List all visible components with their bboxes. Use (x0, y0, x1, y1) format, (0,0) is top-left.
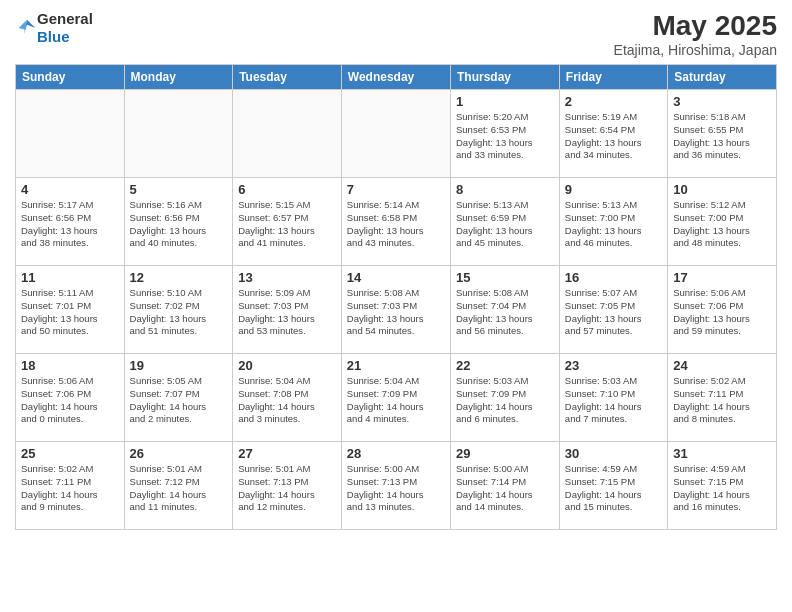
day-number: 30 (565, 446, 662, 461)
location-title: Etajima, Hiroshima, Japan (614, 42, 777, 58)
day-info: Sunrise: 5:14 AM Sunset: 6:58 PM Dayligh… (347, 199, 445, 250)
day-number: 25 (21, 446, 119, 461)
day-info: Sunrise: 5:20 AM Sunset: 6:53 PM Dayligh… (456, 111, 554, 162)
day-info: Sunrise: 5:19 AM Sunset: 6:54 PM Dayligh… (565, 111, 662, 162)
calendar-day-13: 10Sunrise: 5:12 AM Sunset: 7:00 PM Dayli… (668, 178, 777, 266)
day-number: 24 (673, 358, 771, 373)
day-info: Sunrise: 5:01 AM Sunset: 7:12 PM Dayligh… (130, 463, 228, 514)
day-number: 18 (21, 358, 119, 373)
calendar-day-21: 18Sunrise: 5:06 AM Sunset: 7:06 PM Dayli… (16, 354, 125, 442)
logo-general-text: General (37, 10, 93, 27)
day-number: 26 (130, 446, 228, 461)
calendar-day-4: 1Sunrise: 5:20 AM Sunset: 6:53 PM Daylig… (451, 90, 560, 178)
day-number: 4 (21, 182, 119, 197)
day-number: 28 (347, 446, 445, 461)
day-info: Sunrise: 5:00 AM Sunset: 7:13 PM Dayligh… (347, 463, 445, 514)
calendar-day-9: 6Sunrise: 5:15 AM Sunset: 6:57 PM Daylig… (233, 178, 342, 266)
calendar-day-1 (124, 90, 233, 178)
calendar-day-10: 7Sunrise: 5:14 AM Sunset: 6:58 PM Daylig… (341, 178, 450, 266)
calendar-day-6: 3Sunrise: 5:18 AM Sunset: 6:55 PM Daylig… (668, 90, 777, 178)
day-number: 9 (565, 182, 662, 197)
day-info: Sunrise: 5:00 AM Sunset: 7:14 PM Dayligh… (456, 463, 554, 514)
day-number: 10 (673, 182, 771, 197)
day-info: Sunrise: 5:06 AM Sunset: 7:06 PM Dayligh… (673, 287, 771, 338)
day-info: Sunrise: 5:08 AM Sunset: 7:04 PM Dayligh… (456, 287, 554, 338)
calendar-day-33: 30Sunrise: 4:59 AM Sunset: 7:15 PM Dayli… (559, 442, 667, 530)
month-title: May 2025 (614, 10, 777, 42)
day-number: 7 (347, 182, 445, 197)
day-number: 16 (565, 270, 662, 285)
logo-blue-text: Blue (37, 28, 70, 45)
calendar-day-28: 25Sunrise: 5:02 AM Sunset: 7:11 PM Dayli… (16, 442, 125, 530)
day-number: 6 (238, 182, 336, 197)
calendar-day-12: 9Sunrise: 5:13 AM Sunset: 7:00 PM Daylig… (559, 178, 667, 266)
title-block: May 2025 Etajima, Hiroshima, Japan (614, 10, 777, 58)
day-number: 3 (673, 94, 771, 109)
calendar-week-2: 4Sunrise: 5:17 AM Sunset: 6:56 PM Daylig… (16, 178, 777, 266)
day-info: Sunrise: 5:16 AM Sunset: 6:56 PM Dayligh… (130, 199, 228, 250)
day-info: Sunrise: 5:03 AM Sunset: 7:10 PM Dayligh… (565, 375, 662, 426)
day-info: Sunrise: 5:02 AM Sunset: 7:11 PM Dayligh… (673, 375, 771, 426)
calendar-day-18: 15Sunrise: 5:08 AM Sunset: 7:04 PM Dayli… (451, 266, 560, 354)
header-saturday: Saturday (668, 65, 777, 90)
calendar-table: Sunday Monday Tuesday Wednesday Thursday… (15, 64, 777, 530)
calendar-day-19: 16Sunrise: 5:07 AM Sunset: 7:05 PM Dayli… (559, 266, 667, 354)
calendar-day-23: 20Sunrise: 5:04 AM Sunset: 7:08 PM Dayli… (233, 354, 342, 442)
day-info: Sunrise: 5:04 AM Sunset: 7:09 PM Dayligh… (347, 375, 445, 426)
header-monday: Monday (124, 65, 233, 90)
day-info: Sunrise: 5:13 AM Sunset: 7:00 PM Dayligh… (565, 199, 662, 250)
header-row: General Blue May 2025 Etajima, Hiroshima… (15, 10, 777, 58)
calendar-day-32: 29Sunrise: 5:00 AM Sunset: 7:14 PM Dayli… (451, 442, 560, 530)
day-info: Sunrise: 5:17 AM Sunset: 6:56 PM Dayligh… (21, 199, 119, 250)
day-info: Sunrise: 4:59 AM Sunset: 7:15 PM Dayligh… (673, 463, 771, 514)
day-info: Sunrise: 5:12 AM Sunset: 7:00 PM Dayligh… (673, 199, 771, 250)
calendar-day-0 (16, 90, 125, 178)
calendar-day-15: 12Sunrise: 5:10 AM Sunset: 7:02 PM Dayli… (124, 266, 233, 354)
header-friday: Friday (559, 65, 667, 90)
calendar-day-3 (341, 90, 450, 178)
calendar-week-4: 18Sunrise: 5:06 AM Sunset: 7:06 PM Dayli… (16, 354, 777, 442)
day-number: 20 (238, 358, 336, 373)
day-number: 19 (130, 358, 228, 373)
calendar-day-27: 24Sunrise: 5:02 AM Sunset: 7:11 PM Dayli… (668, 354, 777, 442)
calendar-day-7: 4Sunrise: 5:17 AM Sunset: 6:56 PM Daylig… (16, 178, 125, 266)
header-thursday: Thursday (451, 65, 560, 90)
calendar-day-17: 14Sunrise: 5:08 AM Sunset: 7:03 PM Dayli… (341, 266, 450, 354)
day-info: Sunrise: 5:10 AM Sunset: 7:02 PM Dayligh… (130, 287, 228, 338)
day-number: 11 (21, 270, 119, 285)
day-info: Sunrise: 5:13 AM Sunset: 6:59 PM Dayligh… (456, 199, 554, 250)
calendar-day-11: 8Sunrise: 5:13 AM Sunset: 6:59 PM Daylig… (451, 178, 560, 266)
day-number: 2 (565, 94, 662, 109)
day-info: Sunrise: 4:59 AM Sunset: 7:15 PM Dayligh… (565, 463, 662, 514)
calendar-day-34: 31Sunrise: 4:59 AM Sunset: 7:15 PM Dayli… (668, 442, 777, 530)
calendar-week-5: 25Sunrise: 5:02 AM Sunset: 7:11 PM Dayli… (16, 442, 777, 530)
day-number: 27 (238, 446, 336, 461)
header-wednesday: Wednesday (341, 65, 450, 90)
header-tuesday: Tuesday (233, 65, 342, 90)
day-number: 31 (673, 446, 771, 461)
calendar-day-20: 17Sunrise: 5:06 AM Sunset: 7:06 PM Dayli… (668, 266, 777, 354)
main-container: General Blue May 2025 Etajima, Hiroshima… (0, 0, 792, 540)
calendar-week-3: 11Sunrise: 5:11 AM Sunset: 7:01 PM Dayli… (16, 266, 777, 354)
calendar-day-26: 23Sunrise: 5:03 AM Sunset: 7:10 PM Dayli… (559, 354, 667, 442)
day-info: Sunrise: 5:08 AM Sunset: 7:03 PM Dayligh… (347, 287, 445, 338)
day-info: Sunrise: 5:11 AM Sunset: 7:01 PM Dayligh… (21, 287, 119, 338)
day-number: 17 (673, 270, 771, 285)
day-number: 1 (456, 94, 554, 109)
day-number: 8 (456, 182, 554, 197)
day-number: 13 (238, 270, 336, 285)
day-info: Sunrise: 5:04 AM Sunset: 7:08 PM Dayligh… (238, 375, 336, 426)
day-info: Sunrise: 5:18 AM Sunset: 6:55 PM Dayligh… (673, 111, 771, 162)
logo-icon (17, 18, 37, 38)
day-number: 15 (456, 270, 554, 285)
day-info: Sunrise: 5:15 AM Sunset: 6:57 PM Dayligh… (238, 199, 336, 250)
calendar-day-29: 26Sunrise: 5:01 AM Sunset: 7:12 PM Dayli… (124, 442, 233, 530)
day-number: 29 (456, 446, 554, 461)
weekday-header-row: Sunday Monday Tuesday Wednesday Thursday… (16, 65, 777, 90)
calendar-day-14: 11Sunrise: 5:11 AM Sunset: 7:01 PM Dayli… (16, 266, 125, 354)
calendar-day-31: 28Sunrise: 5:00 AM Sunset: 7:13 PM Dayli… (341, 442, 450, 530)
day-info: Sunrise: 5:07 AM Sunset: 7:05 PM Dayligh… (565, 287, 662, 338)
calendar-day-16: 13Sunrise: 5:09 AM Sunset: 7:03 PM Dayli… (233, 266, 342, 354)
day-info: Sunrise: 5:09 AM Sunset: 7:03 PM Dayligh… (238, 287, 336, 338)
day-info: Sunrise: 5:03 AM Sunset: 7:09 PM Dayligh… (456, 375, 554, 426)
